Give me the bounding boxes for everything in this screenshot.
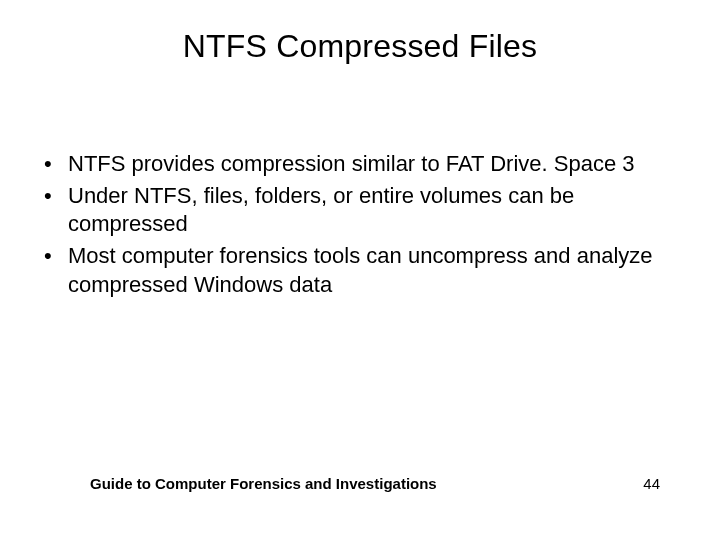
- list-item: Most computer forensics tools can uncomp…: [40, 242, 680, 298]
- list-item: NTFS provides compression similar to FAT…: [40, 150, 680, 178]
- page-number: 44: [643, 475, 660, 492]
- footer-text: Guide to Computer Forensics and Investig…: [90, 475, 437, 492]
- bullet-list: NTFS provides compression similar to FAT…: [40, 150, 680, 299]
- slide-title: NTFS Compressed Files: [0, 28, 720, 65]
- slide-body: NTFS provides compression similar to FAT…: [40, 150, 680, 303]
- slide: NTFS Compressed Files NTFS provides comp…: [0, 0, 720, 540]
- list-item: Under NTFS, files, folders, or entire vo…: [40, 182, 680, 238]
